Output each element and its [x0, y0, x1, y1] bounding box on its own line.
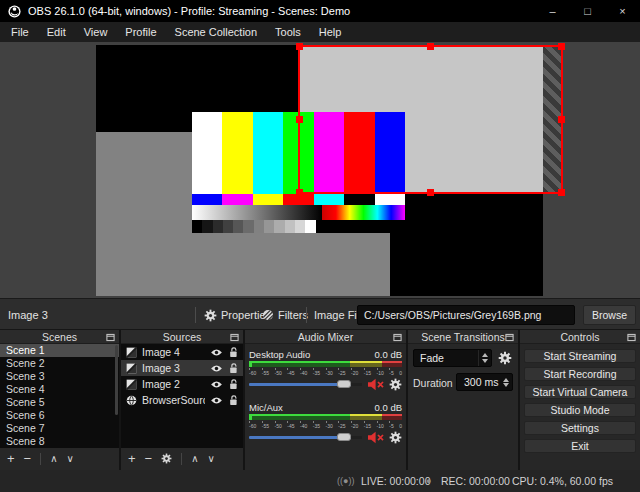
menu-profile[interactable]: Profile [116, 22, 165, 42]
transition-select-arrows[interactable] [478, 350, 491, 366]
start-streaming-button[interactable]: Start Streaming [524, 349, 636, 363]
unlock-icon[interactable] [228, 395, 239, 406]
scenes-scrollbar[interactable] [115, 345, 118, 415]
slider-knob[interactable] [337, 380, 351, 388]
mute-button-speaker-icon[interactable] [367, 378, 384, 391]
obs-logo-icon [8, 5, 21, 18]
scene-up-button[interactable]: ∧ [50, 453, 57, 464]
browser-source-icon [126, 395, 137, 406]
source-down-button[interactable]: ∨ [208, 453, 215, 464]
rainbow-gradient [322, 205, 405, 220]
transitions-header: Scene Transitions [408, 330, 518, 344]
exit-button[interactable]: Exit [524, 439, 636, 453]
scene-item[interactable]: Scene 1 [0, 344, 119, 357]
menu-scene-collection[interactable]: Scene Collection [166, 22, 267, 42]
handle-top-right[interactable] [558, 43, 565, 50]
handle-top-left[interactable] [296, 43, 303, 50]
transition-select[interactable]: Fade [413, 349, 492, 367]
channel-gear-icon[interactable] [389, 378, 402, 391]
minimize-button[interactable]: – [535, 0, 570, 22]
gear-icon [204, 309, 217, 322]
menu-view[interactable]: View [75, 22, 117, 42]
handle-bottom-center[interactable] [427, 189, 434, 196]
audio-mixer-title: Audio Mixer [298, 331, 353, 343]
scene-transitions-panel: Scene Transitions Fade Duration 300 ms [408, 330, 518, 470]
maximize-button[interactable]: □ [570, 0, 605, 22]
channel-gear-icon[interactable] [389, 431, 402, 444]
transition-value: Fade [420, 352, 444, 364]
mute-button-speaker-icon[interactable] [367, 431, 384, 444]
studio-mode-button[interactable]: Studio Mode [524, 403, 636, 417]
dock-icon[interactable] [627, 333, 636, 342]
eye-icon[interactable] [210, 380, 223, 389]
volume-meter [249, 414, 402, 420]
handle-bottom-right[interactable] [558, 189, 565, 196]
scene-item[interactable]: Scene 6 [0, 409, 119, 422]
dock-icon[interactable] [106, 333, 115, 342]
sources-panel: Sources Image 4 Image 3 Image 2 [121, 330, 243, 470]
duration-spin-arrows[interactable] [500, 374, 511, 390]
add-scene-button[interactable]: + [7, 451, 15, 466]
scene-down-button[interactable]: ∨ [67, 453, 74, 464]
menu-file[interactable]: File [2, 22, 38, 42]
filters-button[interactable]: Filters [262, 299, 308, 331]
unlock-icon[interactable] [228, 347, 239, 358]
channel-name: Desktop Audio [249, 349, 310, 360]
source-properties-gear-icon[interactable] [161, 453, 172, 464]
handle-middle-right[interactable] [558, 116, 565, 123]
menu-edit[interactable]: Edit [38, 22, 75, 42]
preview-area[interactable] [0, 42, 640, 298]
audio-mixer-panel: Audio Mixer Desktop Audio 0.0 dB -60-55-… [245, 330, 406, 470]
unlock-icon[interactable] [228, 363, 239, 374]
source-item[interactable]: Image 4 [121, 344, 243, 360]
menu-help[interactable]: Help [310, 22, 351, 42]
dock-icon[interactable] [230, 333, 239, 342]
mixer-channel-desktop-audio: Desktop Audio 0.0 dB -60-55-50-45-40-35-… [249, 349, 402, 391]
selection-outline[interactable] [298, 45, 563, 194]
slider-knob[interactable] [337, 433, 351, 441]
scenes-list: Scene 1 Scene 2 Scene 3 Scene 4 Scene 5 … [0, 344, 119, 448]
volume-slider[interactable] [249, 430, 362, 444]
start-virtual-camera-button[interactable]: Start Virtual Camera [524, 385, 636, 399]
sources-toolbar: + − ∧ ∨ [121, 448, 243, 469]
add-source-button[interactable]: + [128, 451, 136, 466]
scenes-title: Scenes [42, 331, 77, 343]
dock-icon[interactable] [505, 333, 514, 342]
source-item[interactable]: BrowserSource [121, 392, 243, 408]
scene-item[interactable]: Scene 2 [0, 357, 119, 370]
filters-label: Filters [278, 309, 308, 321]
remove-scene-button[interactable]: − [24, 451, 32, 466]
scene-item[interactable]: Scene 5 [0, 396, 119, 409]
scene-item[interactable]: Scene 8 [0, 435, 119, 448]
toolbar-separator [306, 307, 307, 323]
handle-bottom-left[interactable] [296, 189, 303, 196]
handle-middle-left[interactable] [296, 116, 303, 123]
start-recording-button[interactable]: Start Recording [524, 367, 636, 381]
source-item-selected[interactable]: Image 3 [121, 360, 243, 376]
settings-button[interactable]: Settings [524, 421, 636, 435]
volume-meter [249, 361, 402, 367]
image-file-input[interactable]: C:/Users/OBS/Pictures/Grey169B.png [357, 305, 575, 325]
unlock-icon[interactable] [228, 379, 239, 390]
eye-icon[interactable] [210, 364, 223, 373]
handle-top-center[interactable] [427, 43, 434, 50]
remove-source-button[interactable]: − [145, 451, 153, 466]
scenes-panel: Scenes Scene 1 Scene 2 Scene 3 Scene 4 S… [0, 330, 119, 470]
dock-icon[interactable] [393, 333, 402, 342]
volume-slider[interactable] [249, 377, 362, 391]
selected-source-label: Image 3 [8, 299, 48, 331]
transition-gear-icon[interactable] [498, 351, 512, 365]
source-item[interactable]: Image 2 [121, 376, 243, 392]
duration-spinbox[interactable]: 300 ms [456, 373, 513, 391]
close-button[interactable]: × [605, 0, 640, 22]
scene-item[interactable]: Scene 3 [0, 370, 119, 383]
controls-header: Controls [520, 330, 640, 344]
eye-icon[interactable] [210, 396, 223, 405]
scene-item[interactable]: Scene 7 [0, 422, 119, 435]
menu-tools[interactable]: Tools [266, 22, 310, 42]
scene-item[interactable]: Scene 4 [0, 383, 119, 396]
source-up-button[interactable]: ∧ [191, 453, 198, 464]
eye-icon[interactable] [210, 348, 223, 357]
browse-button[interactable]: Browse [583, 305, 636, 325]
channel-name: Mic/Aux [249, 402, 283, 413]
